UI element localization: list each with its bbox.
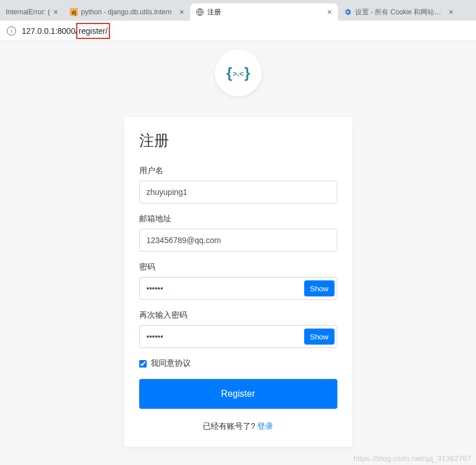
site-info-icon[interactable]: i [7,26,16,36]
url-highlight: register/ [76,23,110,39]
username-label: 用户名 [139,166,337,176]
page-title: 注册 [139,131,337,151]
username-field-group: 用户名 [139,166,337,204]
svg-text:}: } [244,64,250,81]
browser-tab-2-active[interactable]: 注册 × [190,3,338,21]
login-row: 已经有账号了? 登录 [139,421,337,432]
close-icon[interactable]: × [179,8,184,16]
django-favicon-icon: dj [70,8,78,16]
globe-icon [196,8,204,16]
url-text[interactable]: 127.0.0.1:8000/register/ [22,23,110,39]
already-text: 已经有账号了? [203,421,255,431]
username-input[interactable] [139,181,337,204]
page-content: { >.< } 注册 用户名 邮箱地址 密码 Show 再次输入 [0,41,476,465]
tab-title: python - django.db.utils.Intern [81,8,176,16]
avatar: { >.< } [215,49,262,96]
tab-title: 设置 - 所有 Cookie 和网站数据 [355,7,446,17]
agree-checkbox[interactable] [139,360,147,368]
agree-label: 我同意协议 [151,358,191,369]
avatar-face: >.< [233,69,243,78]
watermark: https://blog.csdn.net/qq_31362767 [353,454,471,463]
browser-tab-3[interactable]: 设置 - 所有 Cookie 和网站数据 × [338,3,459,21]
login-link[interactable]: 登录 [257,421,273,431]
agree-row: 我同意协议 [139,358,337,369]
tab-title: InternalError: ( [6,8,50,16]
email-field-group: 邮箱地址 [139,214,337,252]
address-bar: i 127.0.0.1:8000/register/ [0,21,476,41]
register-button[interactable]: Register [139,379,337,409]
password-field-group: 密码 Show [139,262,337,300]
password-label: 密码 [139,262,337,272]
browser-tab-bar: InternalError: ( × dj python - django.db… [0,0,476,21]
gear-icon [344,8,352,16]
svg-text:dj: dj [72,10,76,15]
show-password-button[interactable]: Show [304,280,335,296]
show-password2-button[interactable]: Show [304,329,335,345]
register-card: 注册 用户名 邮箱地址 密码 Show 再次输入密码 Show [124,117,352,447]
svg-text:{: { [226,64,232,81]
email-input[interactable] [139,229,337,252]
browser-tab-1[interactable]: dj python - django.db.utils.Intern × [64,3,190,21]
close-icon[interactable]: × [449,8,453,16]
browser-tab-0[interactable]: InternalError: ( × [0,3,64,21]
password2-label: 再次输入密码 [139,310,337,321]
email-label: 邮箱地址 [139,214,337,224]
password2-field-group: 再次输入密码 Show [139,310,337,348]
close-icon[interactable]: × [327,8,332,16]
tab-title: 注册 [207,7,324,17]
close-icon[interactable]: × [53,8,58,16]
url-prefix: 127.0.0.1:8000/ [22,26,77,36]
